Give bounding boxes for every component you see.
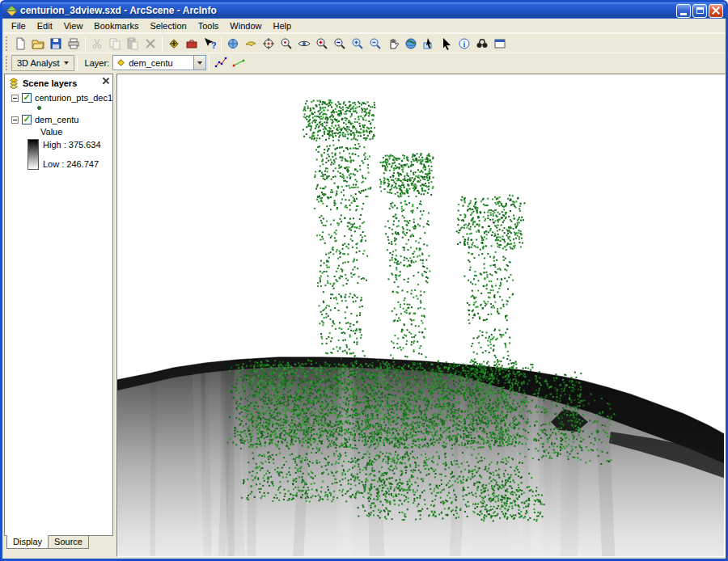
open-button[interactable] xyxy=(29,35,47,53)
chevron-down-icon xyxy=(64,61,69,65)
close-icon[interactable] xyxy=(709,4,723,18)
3d-analyst-menu-button[interactable]: 3D Analyst xyxy=(11,55,74,71)
identify-button[interactable]: i xyxy=(455,35,473,53)
zoom-in-icon xyxy=(315,37,328,50)
toolbox-button[interactable] xyxy=(183,35,201,53)
menu-selection[interactable]: Selection xyxy=(144,19,192,32)
whats-this-button[interactable]: ? xyxy=(201,35,218,53)
new-icon xyxy=(14,37,27,50)
layer-label: Layer: xyxy=(85,58,110,68)
find-button[interactable] xyxy=(473,35,491,53)
navigate-button[interactable] xyxy=(224,35,242,53)
full-extent-button[interactable] xyxy=(402,35,420,53)
restore-icon[interactable] xyxy=(692,4,707,18)
chevron-down-icon xyxy=(197,61,202,65)
title-bar[interactable]: centurion_3dview.sxd - ArcScene - ArcInf… xyxy=(2,2,726,19)
tab-source[interactable]: Source xyxy=(48,535,89,549)
menu-help[interactable]: Help xyxy=(267,19,297,32)
3d-analyst-label: 3D Analyst xyxy=(17,58,60,68)
layer-combo-value: dem_centu xyxy=(129,58,193,68)
fly-icon xyxy=(244,37,257,50)
set-observer-button[interactable] xyxy=(295,35,313,53)
select-features-icon xyxy=(422,37,435,50)
add-data-icon xyxy=(167,37,180,50)
toolbar-grip[interactable] xyxy=(5,56,9,70)
legend-field-label: Value xyxy=(5,126,112,138)
zoom-in-button[interactable] xyxy=(313,35,331,53)
zoom-target-icon xyxy=(280,37,293,50)
zoom-out-icon xyxy=(333,37,346,50)
collapse-icon[interactable] xyxy=(11,116,19,124)
fixed-zoom-out-button[interactable] xyxy=(366,35,384,53)
select-elements-button[interactable] xyxy=(438,35,455,53)
toolbar-separator xyxy=(221,36,222,51)
fly-button[interactable] xyxy=(242,35,260,53)
legend-high-value: High : 375.634 xyxy=(43,140,101,150)
center-target-icon xyxy=(262,37,275,50)
fixed-zoom-in-button[interactable] xyxy=(349,35,366,53)
center-target-button[interactable] xyxy=(260,35,277,53)
find-icon xyxy=(476,37,489,50)
whats-this-icon: ? xyxy=(203,37,216,50)
point-symbol-swatch[interactable] xyxy=(37,106,41,110)
toc-tabs: Display Source xyxy=(4,535,113,549)
toc-title: Scene layers xyxy=(23,78,77,88)
3d-scene-canvas[interactable] xyxy=(117,74,724,557)
full-extent-icon xyxy=(404,37,417,50)
toolbox-icon xyxy=(185,37,198,50)
save-icon xyxy=(49,37,62,50)
toolbar-separator xyxy=(85,36,86,51)
toolbar-separator xyxy=(77,56,78,70)
interpolate-line-button[interactable] xyxy=(212,54,230,72)
layer-checkbox-dem[interactable]: ✓ xyxy=(22,115,32,124)
new-button[interactable] xyxy=(11,35,29,53)
color-ramp xyxy=(28,139,39,170)
window-controls xyxy=(676,4,723,18)
zoom-out-button[interactable] xyxy=(331,35,349,53)
layer-name-dem[interactable]: dem_centu xyxy=(35,115,78,124)
cut-icon xyxy=(91,37,104,50)
menu-window[interactable]: Window xyxy=(224,19,267,32)
set-observer-icon xyxy=(298,37,311,50)
collapse-icon[interactable] xyxy=(11,95,19,102)
viewer-button[interactable] xyxy=(491,35,509,53)
menu-bar: FileEditViewBookmarksSelectionToolsWindo… xyxy=(2,19,726,33)
panel-close-icon[interactable] xyxy=(100,75,111,86)
print-button[interactable] xyxy=(65,35,83,53)
toolbar-standard: ?i xyxy=(2,33,726,53)
viewer-icon xyxy=(493,37,506,50)
open-icon xyxy=(32,37,44,50)
arcscene-app-icon xyxy=(6,5,18,17)
menu-view[interactable]: View xyxy=(58,19,89,32)
layer-combo-dropdown[interactable] xyxy=(193,56,205,70)
layer-checkbox-centurion-pts[interactable]: ✓ xyxy=(22,93,32,103)
legend-ramp-row: High : 375.634 Low : 246.747 xyxy=(5,138,112,173)
toolbar-3d-analyst: 3D Analyst Layer: dem_centu xyxy=(2,53,726,72)
toolbar-grip[interactable] xyxy=(5,36,9,51)
delete-button xyxy=(142,35,159,53)
identify-icon: i xyxy=(458,37,471,50)
pan-button[interactable] xyxy=(384,35,402,53)
save-button[interactable] xyxy=(47,35,65,53)
select-features-button[interactable] xyxy=(420,35,438,53)
scene-layers-icon xyxy=(8,78,19,89)
minimize-icon[interactable] xyxy=(676,4,691,18)
content-area: Scene layers ✓ centurion_pts_dec1 ✓ dem_… xyxy=(2,72,726,559)
layer-name-centurion-pts[interactable]: centurion_pts_dec1 xyxy=(35,93,112,103)
menu-tools[interactable]: Tools xyxy=(193,19,225,32)
toolbar-separator xyxy=(162,36,163,51)
zoom-target-button[interactable] xyxy=(277,35,295,53)
print-icon xyxy=(67,37,80,50)
layer-combo[interactable]: dem_centu xyxy=(112,55,206,70)
line-of-sight-icon xyxy=(232,57,245,70)
add-data-button[interactable] xyxy=(165,35,183,53)
interpolate-line-icon xyxy=(214,57,227,70)
point-legend-row xyxy=(5,104,112,113)
menu-bookmarks[interactable]: Bookmarks xyxy=(88,19,144,32)
menu-edit[interactable]: Edit xyxy=(32,19,58,32)
fixed-zoom-out-icon xyxy=(369,37,382,50)
line-of-sight-button[interactable] xyxy=(230,54,248,72)
menu-file[interactable]: File xyxy=(6,19,32,32)
tab-display[interactable]: Display xyxy=(6,535,49,549)
toolbar-3d-buttons xyxy=(212,54,248,72)
